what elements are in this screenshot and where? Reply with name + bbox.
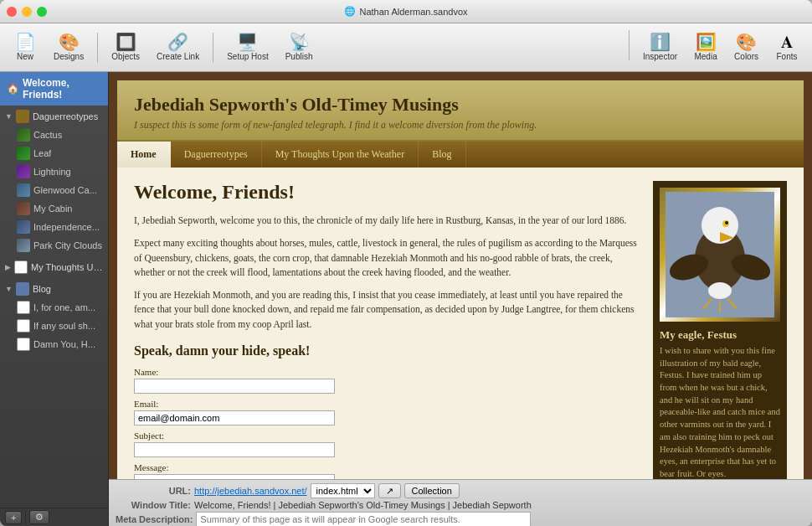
page-header: Jebediah Sepworth's Old-Timey Musings I … [117,80,804,142]
meta-desc-input[interactable] [196,512,531,526]
create-link-button[interactable]: 🔗 Create Link [150,30,206,64]
window-title-value: Welcome, Friends! | Jebediah Sepworth's … [194,500,532,510]
link-icon: 🔗 [167,34,188,50]
minimize-button[interactable] [22,7,32,17]
maximize-button[interactable] [37,7,47,17]
contact-form: Speak, damn your hide, speak! Name: Emai… [134,343,640,479]
statusbar: URL: http://jebediah.sandvox.net/ index.… [109,479,812,526]
lightning-thumbnail [17,165,30,178]
sidebar: 🏠 Welcome, Friends! ▼ Daguerreotypes Cac… [0,72,109,526]
sidebar-welcome-item[interactable]: 🏠 Welcome, Friends! [0,72,108,106]
page-tagline: I suspect this is some form of new-fangl… [134,119,787,132]
sidebar-item-park[interactable]: Park City Clouds [0,236,108,255]
statusbar-row-url: URL: http://jebediah.sandvox.net/ index.… [116,483,805,498]
objects-icon: 🔲 [116,34,136,50]
meta-desc-label: Meta Description: [116,514,193,524]
create-link-label: Create Link [157,52,199,61]
blog-header[interactable]: ▼ Blog [0,280,108,298]
content-area: Jebediah Sepworth's Old-Timey Musings I … [109,72,812,479]
designs-button[interactable]: 🎨 Designs [47,30,90,64]
independence-thumbnail [17,220,30,234]
sidebar-item-independence[interactable]: Independence... [0,218,108,236]
sidebar-settings-button[interactable]: ⚙ [29,510,49,524]
subject-label: Subject: [134,431,640,441]
glenwood-thumbnail [17,183,30,197]
sidebar-item-glenwood[interactable]: Glenwood Ca... [0,181,108,199]
page-main-content: Welcome, Friends! I, Jebediah Sepworth, … [134,181,640,479]
fonts-label: Fonts [776,52,797,61]
name-input[interactable] [134,379,335,394]
blog-1-label: I, for one, am... [33,302,95,312]
eagle-svg [666,192,774,317]
inspector-button[interactable]: ℹ️ Inspector [636,30,684,64]
toolbar-sep-3 [629,30,630,60]
blog-icon [16,282,29,296]
thoughts-header[interactable]: ▶ My Thoughts Up... [0,258,108,276]
inspector-label: Inspector [643,52,677,61]
eagle-text: I wish to share with you this fine illus… [660,345,780,479]
blog-2-label: If any soul sh... [33,321,95,331]
sidebar-item-leaf[interactable]: Leaf [0,144,108,162]
form-field-email: Email: [134,399,640,425]
toolbar-right: ℹ️ Inspector 🖼️ Media 🎨 Colors 𝐀 Fonts [625,30,805,64]
inspector-icon: ℹ️ [650,34,671,50]
nav-my-thoughts[interactable]: My Thoughts Upon the Weather [262,142,419,168]
message-label: Message: [134,462,640,472]
blog-label: Blog [33,284,103,294]
sidebar-item-cabin[interactable]: My Cabin [0,199,108,218]
add-page-button[interactable]: + [5,511,22,524]
lightning-label: Lightning [33,167,71,177]
independence-label: Independence... [33,222,100,232]
sidebar-item-blog-2[interactable]: If any soul sh... [0,317,108,335]
nav-home[interactable]: Home [117,142,171,168]
subject-input[interactable] [134,442,335,457]
sidebar-item-lightning[interactable]: Lightning [0,162,108,181]
url-value[interactable]: http://jebediah.sandvox.net/ [194,486,307,496]
toolbar-sep-2 [213,33,213,63]
form-title: Speak, damn your hide, speak! [134,343,640,358]
nav-daguerreotypes[interactable]: Daguerreotypes [171,142,262,168]
publish-icon: 📡 [289,34,310,50]
svg-point-5 [725,221,728,224]
welcome-icon: 🏠 [7,83,19,95]
daguerreotypes-header[interactable]: ▼ Daguerreotypes [0,107,108,126]
eagle-caption: My eagle, Festus [660,328,780,342]
blog-3-thumbnail [17,338,30,351]
sidebar-item-cactus[interactable]: Cactus [0,126,108,144]
sidebar-item-blog-1[interactable]: I, for one, am... [0,298,108,317]
colors-button[interactable]: 🎨 Colors [727,30,765,64]
email-input[interactable] [134,410,335,425]
sidebar-item-blog-3[interactable]: Damn You, H... [0,335,108,353]
fonts-button[interactable]: 𝐀 Fonts [768,30,805,64]
url-file-select[interactable]: index.html [311,483,375,498]
new-icon: 📄 [15,34,36,50]
nav-blog[interactable]: Blog [419,142,465,168]
publish-button[interactable]: 📡 Publish [279,30,320,64]
designs-icon: 🎨 [59,34,80,50]
svg-point-8 [708,282,732,299]
url-action-button[interactable]: ↗ [378,483,401,498]
collection-button[interactable]: Collection [404,483,460,498]
close-button[interactable] [7,7,17,17]
publish-label: Publish [285,52,313,61]
sidebar-section-daguerreotypes: ▼ Daguerreotypes Cactus Leaf Lightn [0,106,108,256]
new-button[interactable]: 📄 New [7,30,44,64]
colors-icon: 🎨 [736,34,757,50]
statusbar-row-title: Window Title: Welcome, Friends! | Jebedi… [116,500,805,510]
form-field-name: Name: [134,367,640,394]
leaf-label: Leaf [33,148,51,158]
cabin-label: My Cabin [33,204,72,214]
daguerreotypes-icon [16,110,29,123]
blog-arrow: ▼ [5,285,13,293]
sidebar-bottom-divider [25,511,26,524]
page-inner: Jebediah Sepworth's Old-Timey Musings I … [117,80,804,479]
setup-host-button[interactable]: 🖥️ Setup Host [220,30,275,64]
page-para-3: If you are Hezekiah Monmoth, and you are… [134,288,640,332]
media-button[interactable]: 🖼️ Media [687,30,724,64]
main-area: 🏠 Welcome, Friends! ▼ Daguerreotypes Cac… [0,72,812,526]
toolbar-sep-1 [97,33,98,63]
page-para-2: Expect many exciting thoughts about hors… [134,236,640,280]
objects-button[interactable]: 🔲 Objects [105,30,146,64]
window-title-text: Nathan Alderman.sandvox [359,7,467,17]
eagle-box: My eagle, Festus I wish to share with yo… [653,181,787,479]
